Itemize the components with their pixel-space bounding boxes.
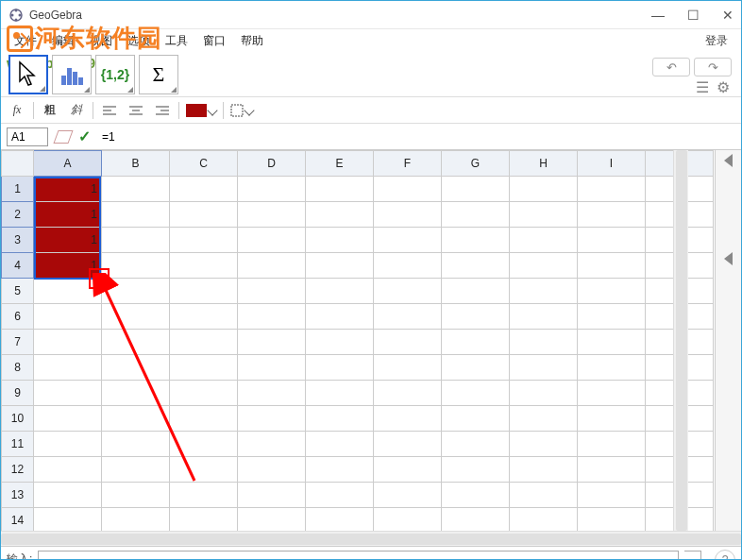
cell-A3[interactable]: 1 (34, 228, 102, 253)
cell-B4[interactable] (102, 253, 170, 279)
cell-B7[interactable] (102, 330, 170, 355)
cell-H7[interactable] (510, 330, 578, 355)
cell-E8[interactable] (306, 355, 374, 381)
tool-move[interactable] (8, 55, 48, 94)
cell-A8[interactable] (34, 355, 102, 381)
cell-G2[interactable] (442, 202, 510, 228)
minimize-button[interactable]: — (651, 8, 665, 23)
row-header-13[interactable]: 13 (2, 483, 34, 508)
cell-A13[interactable] (34, 483, 102, 508)
cell-H1[interactable] (510, 177, 578, 202)
cell-F8[interactable] (374, 355, 442, 381)
cell-C7[interactable] (170, 330, 238, 355)
cell-D6[interactable] (238, 304, 306, 330)
cell-B2[interactable] (102, 202, 170, 228)
cell-C4[interactable] (170, 253, 238, 279)
cell-I12[interactable] (578, 457, 646, 483)
cell-F14[interactable] (374, 508, 442, 532)
command-input[interactable] (38, 551, 679, 561)
row-header-4[interactable]: 4 (2, 253, 34, 279)
cell-D3[interactable] (238, 228, 306, 253)
cell-E4[interactable] (306, 253, 374, 279)
cell-C3[interactable] (170, 228, 238, 253)
cell-H5[interactable] (510, 279, 578, 304)
cell-G4[interactable] (442, 253, 510, 279)
cell-G14[interactable] (442, 508, 510, 532)
cell-C11[interactable] (170, 432, 238, 457)
tool-list[interactable]: {1,2} (95, 55, 135, 94)
cell-C5[interactable] (170, 279, 238, 304)
cell-G13[interactable] (442, 483, 510, 508)
row-header-7[interactable]: 7 (2, 330, 34, 355)
col-header-A[interactable]: A (34, 151, 102, 177)
cell-G10[interactable] (442, 406, 510, 432)
tool-sum[interactable]: Σ (139, 55, 178, 94)
perspective-toggle[interactable] (724, 154, 733, 167)
align-left-button[interactable] (99, 100, 120, 121)
cell-F3[interactable] (374, 228, 442, 253)
cell-G1[interactable] (442, 177, 510, 202)
bgcolor-button[interactable] (185, 100, 217, 121)
cell-I8[interactable] (578, 355, 646, 381)
col-header-I[interactable]: I (578, 151, 646, 177)
cell-F11[interactable] (374, 432, 442, 457)
col-header-E[interactable]: E (306, 151, 374, 177)
cell-D5[interactable] (238, 279, 306, 304)
cell-B6[interactable] (102, 304, 170, 330)
row-header-1[interactable]: 1 (2, 177, 34, 202)
cell-A14[interactable] (34, 508, 102, 532)
cell-H13[interactable] (510, 483, 578, 508)
cell-A4[interactable]: 1 (34, 253, 102, 279)
cell-B14[interactable] (102, 508, 170, 532)
cell-H8[interactable] (510, 355, 578, 381)
cell-A11[interactable] (34, 432, 102, 457)
cell-H2[interactable] (510, 202, 578, 228)
cell-F12[interactable] (374, 457, 442, 483)
cell-I9[interactable] (578, 381, 646, 406)
cell-I11[interactable] (578, 432, 646, 457)
cell-E14[interactable] (306, 508, 374, 532)
cell-C6[interactable] (170, 304, 238, 330)
cell-A10[interactable] (34, 406, 102, 432)
cell-B11[interactable] (102, 432, 170, 457)
help-button[interactable]: ? (715, 550, 735, 561)
cell-D10[interactable] (238, 406, 306, 432)
cell-D8[interactable] (238, 355, 306, 381)
login-link[interactable]: 登录 (705, 33, 728, 49)
cell-H9[interactable] (510, 381, 578, 406)
command-dropdown[interactable] (684, 551, 701, 561)
cell-C10[interactable] (170, 406, 238, 432)
accept-button[interactable]: ✓ (78, 127, 91, 145)
cell-I3[interactable] (578, 228, 646, 253)
align-right-button[interactable] (152, 100, 173, 121)
close-button[interactable]: ✕ (722, 8, 734, 23)
cell-D4[interactable] (238, 253, 306, 279)
cell-H14[interactable] (510, 508, 578, 532)
menu-window[interactable]: 窗口 (197, 33, 231, 49)
col-header-B[interactable]: B (102, 151, 170, 177)
cell-A6[interactable] (34, 304, 102, 330)
cell-reference-input[interactable] (7, 127, 48, 146)
cell-G3[interactable] (442, 228, 510, 253)
cell-A2[interactable]: 1 (34, 202, 102, 228)
cell-I10[interactable] (578, 406, 646, 432)
cell-H3[interactable] (510, 228, 578, 253)
cell-E5[interactable] (306, 279, 374, 304)
cell-D14[interactable] (238, 508, 306, 532)
perspective-toggle-2[interactable] (724, 252, 733, 265)
cell-A9[interactable] (34, 381, 102, 406)
cell-B9[interactable] (102, 381, 170, 406)
fx-button[interactable]: fx (7, 100, 27, 121)
cell-H4[interactable] (510, 253, 578, 279)
row-header-14[interactable]: 14 (2, 508, 34, 532)
tool-analyze[interactable] (52, 55, 92, 94)
horizontal-scrollbar[interactable] (1, 531, 741, 546)
align-center-button[interactable] (126, 100, 146, 121)
row-header-3[interactable]: 3 (2, 228, 34, 253)
cell-E11[interactable] (306, 432, 374, 457)
cell-D12[interactable] (238, 457, 306, 483)
cell-B3[interactable] (102, 228, 170, 253)
row-header-5[interactable]: 5 (2, 279, 34, 304)
col-header-F[interactable]: F (374, 151, 442, 177)
cell-F10[interactable] (374, 406, 442, 432)
